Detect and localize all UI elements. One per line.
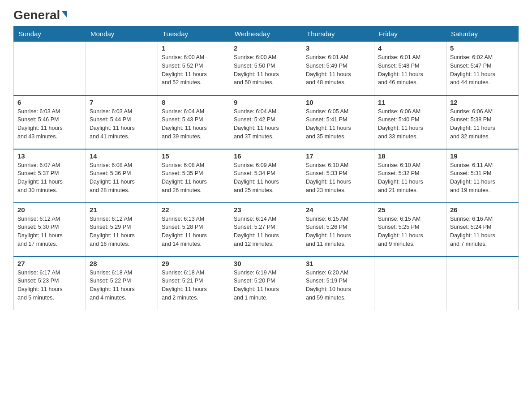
day-info: Sunrise: 6:05 AM Sunset: 5:41 PM Dayligh… (306, 107, 370, 141)
day-number: 19 (450, 152, 515, 160)
calendar-cell: 19Sunrise: 6:11 AM Sunset: 5:31 PM Dayli… (446, 149, 519, 203)
calendar-cell: 17Sunrise: 6:10 AM Sunset: 5:33 PM Dayli… (302, 149, 374, 203)
calendar-cell: 30Sunrise: 6:19 AM Sunset: 5:20 PM Dayli… (230, 257, 302, 310)
day-of-week-header: Thursday (302, 26, 374, 42)
calendar-cell: 2Sunrise: 6:00 AM Sunset: 5:50 PM Daylig… (230, 42, 302, 95)
calendar-cell: 14Sunrise: 6:08 AM Sunset: 5:36 PM Dayli… (86, 149, 158, 203)
calendar-cell: 21Sunrise: 6:12 AM Sunset: 5:29 PM Dayli… (86, 203, 158, 257)
calendar-cell: 24Sunrise: 6:15 AM Sunset: 5:26 PM Dayli… (302, 203, 374, 257)
day-number: 27 (17, 260, 82, 267)
day-info: Sunrise: 6:08 AM Sunset: 5:36 PM Dayligh… (90, 161, 154, 195)
calendar-cell: 18Sunrise: 6:10 AM Sunset: 5:32 PM Dayli… (374, 149, 446, 203)
day-info: Sunrise: 6:00 AM Sunset: 5:50 PM Dayligh… (234, 53, 298, 87)
calendar-week-row: 27Sunrise: 6:17 AM Sunset: 5:23 PM Dayli… (14, 257, 519, 310)
day-number: 28 (90, 260, 154, 267)
day-number: 3 (306, 44, 370, 52)
calendar-cell: 4Sunrise: 6:01 AM Sunset: 5:48 PM Daylig… (374, 42, 446, 95)
day-number: 7 (90, 98, 154, 106)
day-number: 14 (90, 152, 154, 160)
calendar-cell: 27Sunrise: 6:17 AM Sunset: 5:23 PM Dayli… (14, 257, 86, 310)
calendar-cell (14, 42, 86, 95)
day-number: 29 (162, 260, 226, 267)
calendar-cell (374, 257, 446, 310)
day-number: 11 (378, 98, 442, 106)
day-number: 6 (17, 98, 82, 106)
calendar-cell: 8Sunrise: 6:04 AM Sunset: 5:43 PM Daylig… (158, 95, 230, 149)
day-number: 13 (17, 152, 82, 160)
day-number: 18 (378, 152, 442, 160)
day-info: Sunrise: 6:13 AM Sunset: 5:28 PM Dayligh… (162, 215, 226, 248)
day-of-week-header: Tuesday (158, 26, 230, 42)
calendar-cell (446, 257, 519, 310)
calendar-cell: 13Sunrise: 6:07 AM Sunset: 5:37 PM Dayli… (14, 149, 86, 203)
calendar-cell: 15Sunrise: 6:08 AM Sunset: 5:35 PM Dayli… (158, 149, 230, 203)
day-number: 8 (162, 98, 226, 106)
page-header: General (13, 9, 519, 21)
day-of-week-header: Monday (86, 26, 158, 42)
day-info: Sunrise: 6:14 AM Sunset: 5:27 PM Dayligh… (234, 215, 298, 248)
day-number: 1 (162, 44, 226, 52)
calendar-cell: 9Sunrise: 6:04 AM Sunset: 5:42 PM Daylig… (230, 95, 302, 149)
day-info: Sunrise: 6:16 AM Sunset: 5:24 PM Dayligh… (450, 215, 515, 248)
day-info: Sunrise: 6:03 AM Sunset: 5:44 PM Dayligh… (90, 107, 154, 141)
day-number: 15 (162, 152, 226, 160)
day-info: Sunrise: 6:11 AM Sunset: 5:31 PM Dayligh… (450, 161, 515, 195)
day-info: Sunrise: 6:04 AM Sunset: 5:42 PM Dayligh… (234, 107, 298, 141)
day-info: Sunrise: 6:15 AM Sunset: 5:25 PM Dayligh… (378, 215, 442, 248)
day-of-week-header: Sunday (14, 26, 86, 42)
day-number: 5 (450, 44, 515, 52)
calendar-cell: 12Sunrise: 6:06 AM Sunset: 5:38 PM Dayli… (446, 95, 519, 149)
day-info: Sunrise: 6:18 AM Sunset: 5:22 PM Dayligh… (90, 269, 154, 302)
calendar-week-row: 13Sunrise: 6:07 AM Sunset: 5:37 PM Dayli… (14, 149, 519, 203)
day-info: Sunrise: 6:06 AM Sunset: 5:38 PM Dayligh… (450, 107, 515, 141)
calendar-cell: 29Sunrise: 6:18 AM Sunset: 5:21 PM Dayli… (158, 257, 230, 310)
day-number: 31 (306, 260, 370, 267)
day-info: Sunrise: 6:20 AM Sunset: 5:19 PM Dayligh… (306, 269, 370, 302)
day-info: Sunrise: 6:12 AM Sunset: 5:30 PM Dayligh… (17, 215, 82, 248)
day-number: 26 (450, 206, 515, 214)
calendar-table: SundayMondayTuesdayWednesdayThursdayFrid… (13, 26, 519, 310)
calendar-cell: 22Sunrise: 6:13 AM Sunset: 5:28 PM Dayli… (158, 203, 230, 257)
day-info: Sunrise: 6:15 AM Sunset: 5:26 PM Dayligh… (306, 215, 370, 248)
day-number: 4 (378, 44, 442, 52)
calendar-cell: 25Sunrise: 6:15 AM Sunset: 5:25 PM Dayli… (374, 203, 446, 257)
day-info: Sunrise: 6:01 AM Sunset: 5:48 PM Dayligh… (378, 53, 442, 87)
day-of-week-header: Saturday (446, 26, 519, 42)
calendar-cell: 31Sunrise: 6:20 AM Sunset: 5:19 PM Dayli… (302, 257, 374, 310)
day-info: Sunrise: 6:02 AM Sunset: 5:47 PM Dayligh… (450, 53, 515, 87)
day-number: 10 (306, 98, 370, 106)
calendar-header-row: SundayMondayTuesdayWednesdayThursdayFrid… (14, 26, 519, 42)
day-number: 12 (450, 98, 515, 106)
calendar-cell: 3Sunrise: 6:01 AM Sunset: 5:49 PM Daylig… (302, 42, 374, 95)
day-of-week-header: Friday (374, 26, 446, 42)
logo: General (13, 9, 67, 21)
day-info: Sunrise: 6:01 AM Sunset: 5:49 PM Dayligh… (306, 53, 370, 87)
calendar-week-row: 6Sunrise: 6:03 AM Sunset: 5:46 PM Daylig… (14, 95, 519, 149)
day-info: Sunrise: 6:08 AM Sunset: 5:35 PM Dayligh… (162, 161, 226, 195)
day-info: Sunrise: 6:07 AM Sunset: 5:37 PM Dayligh… (17, 161, 82, 195)
logo-line1: General (13, 9, 67, 21)
day-number: 21 (90, 206, 154, 214)
day-info: Sunrise: 6:06 AM Sunset: 5:40 PM Dayligh… (378, 107, 442, 141)
day-number: 20 (17, 206, 82, 214)
day-info: Sunrise: 6:09 AM Sunset: 5:34 PM Dayligh… (234, 161, 298, 195)
day-info: Sunrise: 6:00 AM Sunset: 5:52 PM Dayligh… (162, 53, 226, 87)
day-number: 30 (234, 260, 298, 267)
day-number: 22 (162, 206, 226, 214)
calendar-cell: 11Sunrise: 6:06 AM Sunset: 5:40 PM Dayli… (374, 95, 446, 149)
day-number: 17 (306, 152, 370, 160)
day-number: 25 (378, 206, 442, 214)
calendar-cell: 20Sunrise: 6:12 AM Sunset: 5:30 PM Dayli… (14, 203, 86, 257)
calendar-cell: 26Sunrise: 6:16 AM Sunset: 5:24 PM Dayli… (446, 203, 519, 257)
day-info: Sunrise: 6:10 AM Sunset: 5:33 PM Dayligh… (306, 161, 370, 195)
calendar-week-row: 1Sunrise: 6:00 AM Sunset: 5:52 PM Daylig… (14, 42, 519, 95)
calendar-cell: 16Sunrise: 6:09 AM Sunset: 5:34 PM Dayli… (230, 149, 302, 203)
day-info: Sunrise: 6:12 AM Sunset: 5:29 PM Dayligh… (90, 215, 154, 248)
calendar-cell: 1Sunrise: 6:00 AM Sunset: 5:52 PM Daylig… (158, 42, 230, 95)
calendar-cell: 23Sunrise: 6:14 AM Sunset: 5:27 PM Dayli… (230, 203, 302, 257)
day-number: 9 (234, 98, 298, 106)
calendar-cell: 28Sunrise: 6:18 AM Sunset: 5:22 PM Dayli… (86, 257, 158, 310)
day-info: Sunrise: 6:17 AM Sunset: 5:23 PM Dayligh… (17, 269, 82, 302)
day-info: Sunrise: 6:03 AM Sunset: 5:46 PM Dayligh… (17, 107, 82, 141)
calendar-cell: 6Sunrise: 6:03 AM Sunset: 5:46 PM Daylig… (14, 95, 86, 149)
